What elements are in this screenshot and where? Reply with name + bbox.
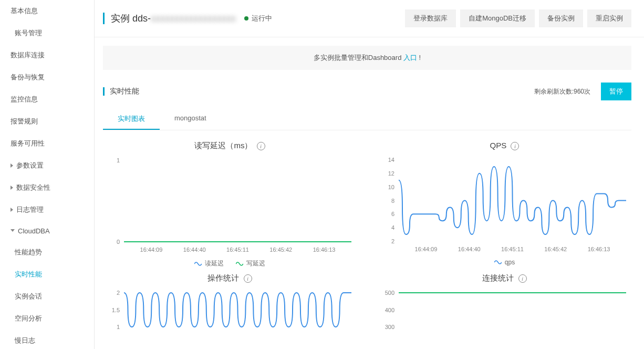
- svg-text:12: 12: [388, 170, 394, 177]
- dashboard-banner: 多实例批量管理和Dashboard 入口 !: [103, 46, 631, 70]
- sidebar-item[interactable]: 备份与恢复: [0, 66, 94, 88]
- sidebar-item[interactable]: 数据安全性: [0, 177, 94, 199]
- sidebar-item[interactable]: 账号管理: [0, 22, 94, 44]
- sidebar-item[interactable]: 服务可用性: [0, 132, 94, 155]
- legend-read-latency: 读延迟: [205, 259, 224, 268]
- sidebar: 基本信息账号管理数据库连接备份与恢复监控信息报警规则服务可用性参数设置数据安全性…: [0, 0, 95, 349]
- realtime-section: 实时性能 剩余刷新次数:960次 暂停: [103, 83, 631, 100]
- info-icon[interactable]: i: [511, 142, 519, 150]
- sidebar-item-label: 慢日志: [15, 336, 35, 345]
- sidebar-item[interactable]: CloudDBA: [0, 221, 94, 241]
- caret-right-icon: [11, 208, 13, 212]
- conn-chart: 连接统计 i 300400500: [378, 273, 631, 330]
- sidebar-item[interactable]: 慢日志: [0, 330, 94, 349]
- svg-text:14: 14: [388, 157, 394, 163]
- sidebar-item[interactable]: 报警规则: [0, 110, 94, 132]
- sidebar-item-label: 监控信息: [11, 95, 38, 104]
- sidebar-item-label: 报警规则: [11, 117, 38, 126]
- svg-text:6: 6: [391, 211, 394, 217]
- restart-instance-button[interactable]: 重启实例: [587, 9, 631, 27]
- sidebar-item[interactable]: 基本信息: [0, 0, 94, 22]
- banner-text: 多实例批量管理和Dashboard: [314, 54, 403, 61]
- svg-text:300: 300: [385, 324, 394, 330]
- sidebar-item[interactable]: 监控信息: [0, 88, 94, 110]
- sidebar-item-label: 日志管理: [16, 205, 44, 214]
- instance-title: 实例 dds-xxxxxxxxxxxxxxxxxx: [111, 12, 236, 25]
- info-icon[interactable]: i: [257, 142, 265, 150]
- section-title: 实时性能: [110, 87, 139, 96]
- svg-text:16:45:11: 16:45:11: [226, 247, 249, 253]
- info-icon[interactable]: i: [518, 274, 527, 283]
- instance-id-masked: xxxxxxxxxxxxxxxxxx: [151, 13, 236, 24]
- sidebar-item-label: 性能趋势: [15, 248, 42, 257]
- svg-text:500: 500: [385, 290, 394, 296]
- tab[interactable]: mongostat: [160, 109, 221, 130]
- pause-button[interactable]: 暂停: [601, 83, 631, 100]
- sidebar-item-label: 实例会话: [15, 292, 42, 301]
- section-accent-bar: [103, 87, 105, 96]
- ops-chart: 操作统计 i 11.52: [103, 273, 357, 330]
- charts-grid: 读写延迟（ms） i 0116:44:0916:44:4016:45:1116:…: [95, 130, 644, 330]
- banner-text-after: !: [417, 54, 421, 61]
- sidebar-item-label: CloudDBA: [18, 227, 50, 235]
- svg-text:16:46:13: 16:46:13: [588, 246, 610, 252]
- caret-down-icon: [11, 229, 15, 234]
- svg-text:16:44:40: 16:44:40: [458, 246, 481, 252]
- main-content: 实例 dds-xxxxxxxxxxxxxxxxxx 运行中 登录数据库 自建Mo…: [95, 0, 644, 349]
- sidebar-item[interactable]: 空间分析: [0, 307, 94, 330]
- sidebar-item-label: 账号管理: [15, 28, 42, 38]
- ops-chart-title: 操作统计: [207, 273, 239, 282]
- conn-chart-svg: 300400500: [378, 288, 631, 330]
- caret-right-icon: [11, 186, 13, 190]
- sidebar-item[interactable]: 实时性能: [0, 263, 94, 285]
- qps-chart-svg: 246810121416:44:0916:44:4016:45:1116:45:…: [378, 155, 631, 254]
- info-icon[interactable]: i: [244, 274, 252, 283]
- dashboard-entry-link[interactable]: 入口: [403, 54, 417, 61]
- ops-chart-svg: 11.52: [103, 288, 357, 330]
- svg-text:1.5: 1.5: [112, 307, 120, 313]
- sidebar-item-label: 数据安全性: [16, 183, 50, 192]
- refresh-count-text: 剩余刷新次数:960次: [534, 87, 590, 96]
- svg-text:2: 2: [117, 290, 120, 296]
- sidebar-item-label: 基本信息: [11, 6, 38, 16]
- qps-chart-title: QPS: [490, 141, 507, 150]
- migrate-mongodb-button[interactable]: 自建MongoDB迁移: [460, 9, 535, 27]
- svg-text:2: 2: [391, 238, 394, 244]
- sidebar-item[interactable]: 性能趋势: [0, 241, 94, 263]
- status-text: 运行中: [252, 14, 272, 23]
- instance-title-prefix: 实例 dds-: [111, 13, 151, 24]
- svg-text:16:45:42: 16:45:42: [544, 246, 567, 252]
- latency-chart: 读写延迟（ms） i 0116:44:0916:44:4016:45:1116:…: [103, 141, 357, 268]
- qps-chart: QPS i 246810121416:44:0916:44:4016:45:11…: [378, 141, 631, 268]
- sidebar-item[interactable]: 参数设置: [0, 155, 94, 177]
- sidebar-item-label: 数据库连接: [11, 50, 45, 60]
- svg-text:16:44:09: 16:44:09: [415, 246, 438, 252]
- chart-tabs: 实时图表mongostat: [103, 109, 631, 130]
- conn-chart-title: 连接统计: [482, 273, 514, 282]
- login-db-button[interactable]: 登录数据库: [405, 9, 456, 27]
- svg-text:16:44:09: 16:44:09: [140, 247, 163, 253]
- latency-chart-title: 读写延迟（ms）: [194, 141, 252, 150]
- svg-text:8: 8: [391, 198, 394, 204]
- latency-chart-svg: 0116:44:0916:44:4016:45:1116:45:4216:46:…: [103, 155, 357, 255]
- svg-text:4: 4: [391, 224, 394, 231]
- sidebar-item-label: 空间分析: [15, 314, 42, 323]
- sidebar-item-label: 服务可用性: [11, 139, 45, 148]
- legend-write-latency: 写延迟: [246, 259, 265, 268]
- legend-qps: qps: [505, 259, 515, 266]
- backup-instance-button[interactable]: 备份实例: [539, 9, 583, 27]
- svg-text:0: 0: [117, 239, 120, 245]
- title-accent-bar: [103, 13, 105, 24]
- status-dot-icon: [244, 16, 248, 20]
- sidebar-item[interactable]: 实例会话: [0, 285, 94, 307]
- sidebar-item[interactable]: 数据库连接: [0, 44, 94, 66]
- tab[interactable]: 实时图表: [103, 109, 160, 130]
- svg-text:16:45:11: 16:45:11: [501, 246, 524, 252]
- svg-text:16:46:13: 16:46:13: [313, 247, 336, 253]
- sidebar-item[interactable]: 日志管理: [0, 199, 94, 221]
- svg-text:1: 1: [117, 157, 120, 163]
- sidebar-item-label: 备份与恢复: [11, 73, 45, 82]
- svg-text:400: 400: [385, 307, 394, 313]
- page-header: 实例 dds-xxxxxxxxxxxxxxxxxx 运行中 登录数据库 自建Mo…: [95, 0, 644, 37]
- latency-legend: 读延迟 写延迟: [103, 259, 357, 268]
